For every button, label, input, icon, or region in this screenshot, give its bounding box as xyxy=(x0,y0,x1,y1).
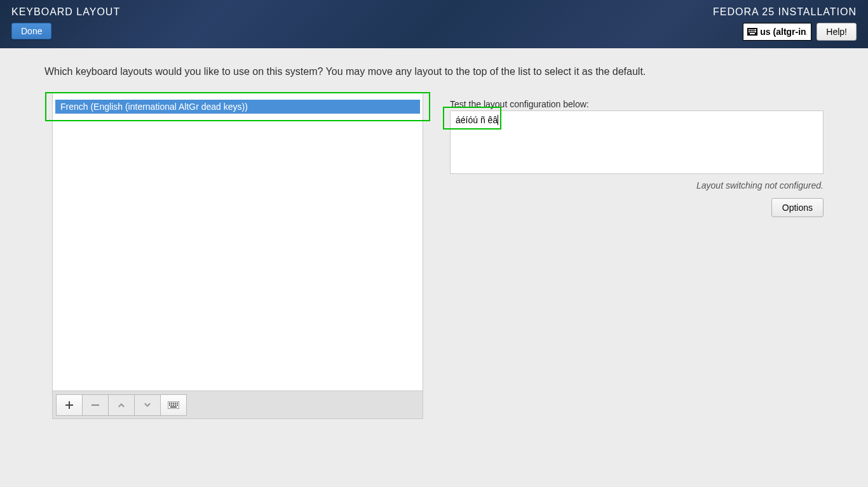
left-panel: French (English (international AltGr dea… xyxy=(44,93,431,419)
add-layout-button[interactable] xyxy=(56,394,83,416)
done-button[interactable]: Done xyxy=(11,23,51,39)
layout-list[interactable]: French (English (international AltGr dea… xyxy=(52,93,423,391)
header-right: FEDORA 25 INSTALLATION us (altgr-in... H… xyxy=(713,0,857,48)
header-bar: KEYBOARD LAYOUT Done FEDORA 25 INSTALLAT… xyxy=(0,0,868,48)
svg-rect-3 xyxy=(752,29,754,30)
svg-rect-21 xyxy=(177,404,178,406)
page-title: KEYBOARD LAYOUT xyxy=(11,6,120,18)
svg-rect-8 xyxy=(754,31,756,32)
options-button[interactable]: Options xyxy=(771,198,824,217)
svg-rect-10 xyxy=(92,404,99,406)
svg-rect-16 xyxy=(177,403,178,404)
remove-layout-button[interactable] xyxy=(82,394,109,416)
keyboard-icon xyxy=(168,401,179,409)
svg-rect-4 xyxy=(754,29,756,30)
svg-rect-7 xyxy=(752,31,754,32)
svg-rect-17 xyxy=(169,404,170,406)
svg-rect-20 xyxy=(175,404,176,406)
right-panel: Test the layout configuration below: áéí… xyxy=(450,99,824,217)
test-input[interactable]: áéíóú ñ êâ xyxy=(450,110,824,174)
layout-indicator[interactable]: us (altgr-in... xyxy=(743,23,811,41)
minus-icon xyxy=(91,401,100,410)
main-row: French (English (international AltGr dea… xyxy=(44,93,824,419)
plus-icon xyxy=(65,401,74,410)
svg-rect-19 xyxy=(173,404,174,406)
layout-indicator-text: us (altgr-in... xyxy=(760,27,807,37)
svg-rect-12 xyxy=(169,403,170,404)
svg-rect-18 xyxy=(171,404,172,406)
header-left: KEYBOARD LAYOUT Done xyxy=(11,0,120,48)
svg-rect-6 xyxy=(750,31,752,32)
layout-item-selected[interactable]: French (English (international AltGr dea… xyxy=(55,100,420,114)
chevron-up-icon xyxy=(117,401,126,410)
help-button[interactable]: Help! xyxy=(817,23,857,41)
layout-toolbar xyxy=(52,391,423,419)
svg-rect-1 xyxy=(749,29,750,30)
svg-rect-22 xyxy=(170,406,177,408)
test-input-value: áéíóú ñ êâ xyxy=(456,115,498,125)
test-box-wrapper: áéíóú ñ êâ xyxy=(450,110,824,174)
options-row: Options xyxy=(450,198,824,217)
move-up-button[interactable] xyxy=(108,394,135,416)
instruction-text: Which keyboard layouts would you like to… xyxy=(44,66,824,77)
content-area: Which keyboard layouts would you like to… xyxy=(0,48,868,432)
install-title: FEDORA 25 INSTALLATION xyxy=(713,6,857,18)
keyboard-icon xyxy=(747,28,757,36)
preview-layout-button[interactable] xyxy=(160,394,187,416)
move-down-button[interactable] xyxy=(134,394,161,416)
svg-rect-14 xyxy=(173,403,174,404)
svg-rect-15 xyxy=(175,403,176,404)
chevron-down-icon xyxy=(143,401,152,410)
svg-rect-2 xyxy=(750,29,752,30)
test-label: Test the layout configuration below: xyxy=(450,99,824,109)
svg-rect-13 xyxy=(171,403,172,404)
svg-rect-5 xyxy=(749,31,750,32)
header-controls: us (altgr-in... Help! xyxy=(743,23,857,41)
layout-switch-status: Layout switching not configured. xyxy=(450,180,824,190)
svg-rect-9 xyxy=(750,33,755,34)
